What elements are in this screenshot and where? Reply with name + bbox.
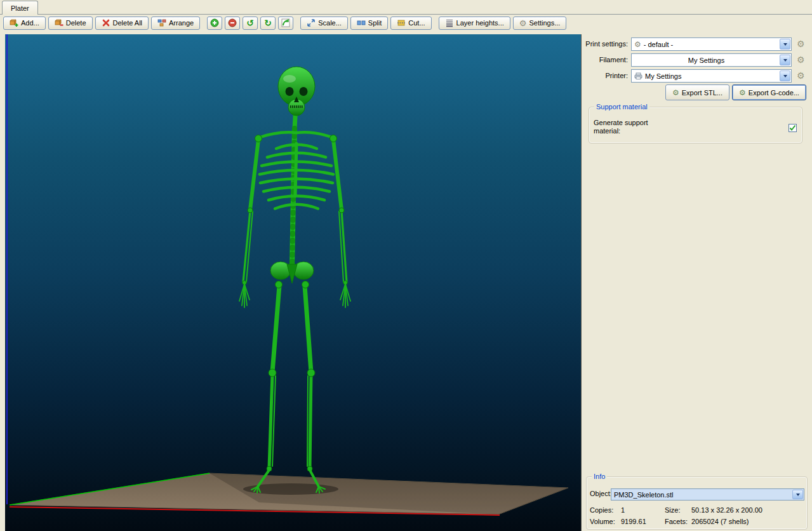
- settings-button-label: Settings...: [529, 19, 560, 27]
- generate-support-checkbox[interactable]: [789, 124, 797, 132]
- slic3r-window: Plater Add... Delete Delete All Arrange: [0, 0, 812, 531]
- split-button[interactable]: Split: [350, 17, 388, 30]
- delete-button[interactable]: Delete: [48, 17, 93, 30]
- volume-value: 9199.61: [621, 518, 646, 525]
- object-value: PM3D_Skeleton.stl: [614, 491, 791, 499]
- more-copies-button[interactable]: [207, 17, 222, 30]
- toolbar: Add... Delete Delete All Arrange: [3, 16, 566, 30]
- split-icon: [357, 18, 366, 27]
- rotate-ccw-icon: ↺: [246, 18, 254, 27]
- skeleton-model[interactable]: [239, 67, 350, 493]
- export-gcode-icon: ⚙: [739, 88, 746, 97]
- rotate-cw-icon: ↻: [264, 18, 272, 27]
- generate-support-label: Generate support material:: [594, 119, 660, 135]
- print-settings-gear-button[interactable]: ⚙: [797, 39, 805, 49]
- filament-combo[interactable]: My Settings: [631, 53, 792, 67]
- chevron-down-icon: [780, 39, 790, 50]
- delete-all-button-label: Delete All: [113, 19, 142, 27]
- delete-all-button[interactable]: Delete All: [95, 17, 149, 30]
- chevron-down-icon: [780, 55, 790, 65]
- delete-all-icon: [102, 18, 110, 27]
- object-label: Object:: [590, 490, 612, 497]
- add-object-icon: [10, 18, 18, 27]
- arrange-icon: [157, 18, 166, 27]
- rotate-ccw-button[interactable]: ↺: [243, 17, 258, 30]
- tab-content-border: [0, 14, 812, 15]
- scale-button[interactable]: Scale...: [300, 17, 348, 30]
- info-group: Info Object: PM3D_Skeleton.stl Copies: 1…: [586, 476, 808, 530]
- plus-circle-icon: [210, 18, 219, 27]
- printer-label: Printer:: [582, 69, 628, 83]
- gear-icon: ⚙: [519, 18, 527, 28]
- add-button-label: Add...: [21, 19, 39, 27]
- export-gcode-button[interactable]: ⚙ Export G-code...: [732, 84, 806, 100]
- rotate-cw-button[interactable]: ↻: [260, 17, 276, 30]
- tab-plater[interactable]: Plater: [2, 1, 38, 15]
- print-settings-combo[interactable]: ⚙ - default -: [631, 37, 792, 51]
- tab-plater-label: Plater: [11, 4, 29, 12]
- printer-value: My Settings: [645, 72, 778, 80]
- support-material-group: Support material Generate support materi…: [589, 107, 802, 144]
- scale-button-label: Scale...: [318, 19, 342, 27]
- delete-button-label: Delete: [66, 19, 86, 27]
- export-gcode-label: Export G-code...: [749, 89, 799, 97]
- cut-button-label: Cut...: [408, 19, 425, 27]
- delete-object-icon: [55, 18, 63, 27]
- filament-label: Filament:: [582, 53, 628, 67]
- layer-heights-button-label: Layer heights...: [456, 19, 504, 27]
- size-label: Size:: [665, 506, 680, 514]
- cut-icon: [397, 18, 406, 27]
- volume-label: Volume:: [590, 518, 615, 525]
- settings-panel: Print settings: ⚙ - default - ⚙ Filament…: [582, 30, 812, 531]
- export-stl-icon: ⚙: [672, 88, 679, 97]
- support-material-group-title: Support material: [594, 103, 649, 111]
- object-combo[interactable]: PM3D_Skeleton.stl: [611, 488, 804, 501]
- arrange-button-label: Arrange: [169, 19, 194, 27]
- fewer-copies-button[interactable]: [225, 17, 240, 30]
- copies-value: 1: [621, 506, 625, 514]
- chevron-down-icon: [780, 71, 790, 81]
- export-stl-button[interactable]: ⚙ Export STL...: [665, 84, 729, 100]
- 3d-viewport[interactable]: [5, 34, 582, 531]
- scale-icon: [307, 18, 316, 27]
- printer-icon: [634, 72, 642, 79]
- arrange-button[interactable]: Arrange: [151, 17, 200, 30]
- printer-combo[interactable]: My Settings: [631, 69, 792, 83]
- export-stl-label: Export STL...: [682, 89, 722, 97]
- cut-button[interactable]: Cut...: [390, 17, 431, 30]
- layer-heights-button[interactable]: Layer heights...: [439, 17, 510, 30]
- facets-label: Facets:: [665, 518, 688, 525]
- gear-icon: ⚙: [634, 40, 641, 49]
- layer-heights-icon: [445, 18, 454, 27]
- filament-gear-button[interactable]: ⚙: [797, 55, 805, 65]
- printer-gear-button[interactable]: ⚙: [797, 71, 805, 81]
- settings-button[interactable]: ⚙ Settings...: [513, 17, 567, 30]
- rotate-angle-icon: [281, 18, 290, 27]
- rotate-angle-button[interactable]: [278, 17, 293, 30]
- info-group-title: Info: [592, 473, 607, 480]
- print-settings-value: - default -: [644, 41, 778, 48]
- split-button-label: Split: [368, 19, 382, 27]
- add-button[interactable]: Add...: [3, 17, 46, 30]
- minus-circle-icon: [228, 18, 237, 27]
- filament-value: My Settings: [634, 57, 778, 64]
- facets-value: 2065024 (7 shells): [691, 518, 749, 525]
- copies-label: Copies:: [590, 506, 613, 514]
- size-value: 50.13 x 32.26 x 200.00: [691, 506, 762, 514]
- chevron-down-icon: [792, 490, 803, 499]
- print-settings-label: Print settings:: [582, 37, 628, 51]
